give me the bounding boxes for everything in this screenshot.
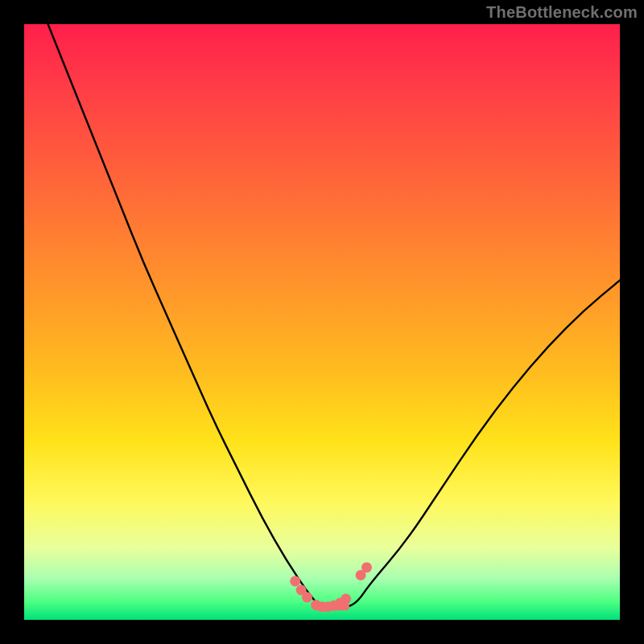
marker-dot	[341, 594, 351, 605]
chart-frame: TheBottleneck.com	[0, 0, 644, 644]
marker-dot	[361, 562, 372, 572]
bottleneck-curve	[48, 24, 620, 608]
marker-dot	[290, 576, 300, 586]
flat-minimum-markers	[290, 562, 372, 612]
plot-area	[24, 24, 620, 620]
curve-svg	[24, 24, 620, 620]
marker-dot	[302, 592, 312, 602]
watermark-label: TheBottleneck.com	[486, 3, 638, 22]
